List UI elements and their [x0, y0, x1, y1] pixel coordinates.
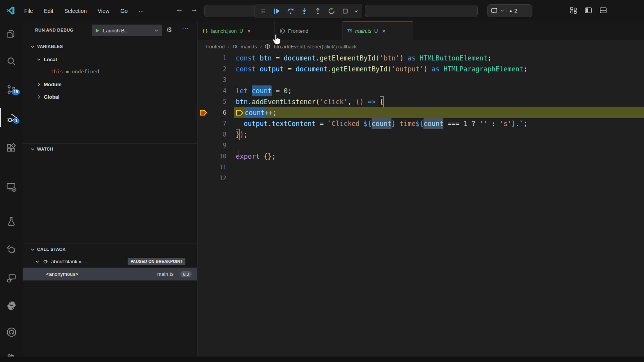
line-content[interactable] — [226, 173, 236, 184]
back-icon[interactable]: ← — [176, 5, 183, 14]
gear-icon[interactable]: ⚙ — [166, 26, 172, 34]
line-content[interactable]: output.textContent = `Clicked ${count} t… — [226, 118, 527, 129]
line-number[interactable]: 4 — [209, 85, 226, 96]
gutter[interactable] — [197, 64, 209, 75]
code-line[interactable]: 9 — [197, 140, 644, 151]
line-number[interactable]: 12 — [209, 173, 226, 184]
line-content[interactable]: const btn = document.getElementById('btn… — [226, 53, 491, 64]
testing-icon[interactable] — [0, 212, 23, 231]
menu-view[interactable]: View — [92, 8, 115, 14]
code-line[interactable]: 10export {}; — [197, 151, 644, 162]
breadcrumb-file[interactable]: main.ts — [240, 44, 257, 50]
line-number[interactable]: 9 — [209, 140, 226, 151]
code-line[interactable]: 7 output.textContent = `Clicked ${count}… — [197, 118, 644, 129]
line-number[interactable]: 2 — [209, 64, 226, 75]
breakpoint-icon[interactable] — [197, 107, 209, 118]
gutter[interactable] — [197, 129, 209, 140]
stop-icon[interactable] — [339, 5, 351, 17]
watch-section-header[interactable]: WATCH — [23, 144, 197, 154]
start-debug-icon[interactable] — [95, 28, 100, 33]
gutter[interactable] — [197, 140, 209, 151]
line-content[interactable]: btn.addEventListener('click', () => { — [226, 96, 384, 107]
package-icon[interactable] — [0, 240, 23, 259]
gutter[interactable] — [197, 96, 209, 107]
explorer-icon[interactable] — [0, 25, 23, 43]
extensions-icon[interactable] — [0, 138, 23, 157]
tab-frontend[interactable]: Frontend — [275, 21, 343, 40]
menu-selection[interactable]: Selection — [59, 8, 93, 14]
code-line[interactable]: 4let count = 0; — [197, 85, 644, 96]
search-icon[interactable] — [0, 52, 23, 71]
code-line[interactable]: 8}); — [197, 129, 644, 140]
scope-module-row[interactable]: Module — [23, 78, 197, 90]
step-into-icon[interactable] — [298, 5, 310, 17]
toolbar-chevron-icon[interactable] — [353, 5, 359, 17]
line-number[interactable]: 6 — [209, 107, 226, 118]
gutter[interactable] — [197, 53, 209, 64]
gutter[interactable] — [197, 173, 209, 184]
launch-chevron-icon[interactable] — [154, 28, 159, 33]
scope-local-row[interactable]: Local — [23, 53, 197, 65]
customize-layout-icon[interactable] — [570, 7, 577, 14]
gripper-icon[interactable] — [257, 5, 269, 17]
tab-main-ts[interactable]: TS main.ts U × — [343, 21, 413, 40]
source-control-icon[interactable]: 19 — [0, 80, 23, 99]
line-number[interactable]: 3 — [209, 75, 226, 85]
toggle-sidebar-icon[interactable] — [585, 7, 592, 14]
copilot-chevron-icon[interactable] — [500, 9, 504, 13]
github-icon[interactable] — [0, 323, 23, 341]
line-number[interactable]: 11 — [209, 162, 226, 173]
copilot-chat-icon[interactable] — [491, 7, 498, 14]
gutter[interactable] — [197, 85, 209, 96]
sidebar-more-icon[interactable]: ⋯ — [182, 25, 189, 33]
line-content[interactable]: export {}; — [226, 151, 276, 162]
line-number[interactable]: 7 — [209, 118, 226, 129]
variables-section-header[interactable]: VARIABLES — [23, 41, 197, 52]
call-stack-section-header[interactable]: CALL STACK — [23, 244, 197, 255]
breadcrumb-folder[interactable]: frontend — [206, 44, 225, 50]
line-content[interactable]: count++; — [226, 107, 277, 118]
line-content[interactable]: const output = document.getElementById('… — [226, 64, 527, 75]
forward-icon[interactable]: → — [190, 5, 198, 14]
variable-this-row[interactable]: this = undefined — [23, 66, 197, 77]
chat-debug-icon[interactable] — [0, 269, 23, 287]
debug-session-row[interactable]: about:blank « ... PAUSED ON BREAKPOINT — [23, 256, 197, 267]
code-line[interactable]: 3 — [197, 75, 644, 85]
code-area[interactable]: 1const btn = document.getElementById('bt… — [197, 53, 644, 362]
menu-edit[interactable]: Edit — [39, 8, 59, 14]
tab-launch-json[interactable]: {} launch.json U × — [197, 21, 275, 40]
step-over-icon[interactable] — [285, 5, 297, 17]
code-line[interactable]: 5btn.addEventListener('click', () => { — [197, 96, 644, 107]
line-content[interactable]: }); — [226, 129, 248, 140]
status-count[interactable]: 2 — [514, 8, 517, 14]
line-content[interactable] — [226, 162, 236, 173]
code-line[interactable]: 11 — [197, 162, 644, 173]
line-number[interactable]: 10 — [209, 151, 226, 162]
breadcrumb-symbol[interactable]: btn.addEventListener('click') callback — [274, 44, 356, 50]
run-debug-icon[interactable]: 1 — [0, 108, 23, 127]
line-content[interactable]: let count = 0; — [226, 85, 292, 96]
gutter[interactable] — [197, 151, 209, 162]
line-content[interactable] — [226, 140, 236, 151]
gutter[interactable] — [197, 75, 209, 85]
menu-go[interactable]: Go — [115, 8, 133, 14]
command-center-right[interactable] — [365, 5, 478, 17]
step-out-icon[interactable] — [312, 5, 324, 17]
code-line[interactable]: 6count++; — [197, 107, 644, 118]
gutter[interactable] — [197, 162, 209, 173]
line-number[interactable]: 5 — [209, 96, 226, 107]
menu-file[interactable]: File — [19, 8, 39, 14]
python-icon[interactable] — [0, 296, 23, 315]
line-content[interactable] — [226, 75, 236, 85]
restart-icon[interactable] — [326, 5, 338, 17]
stack-frame-row[interactable]: <anonymous> main.ts 6:3 — [23, 268, 197, 280]
launch-config-button[interactable]: Launch B... — [92, 25, 162, 36]
code-line[interactable]: 12 — [197, 173, 644, 184]
menu-more-icon[interactable]: ⋯ — [133, 8, 149, 14]
code-line[interactable]: 2const output = document.getElementById(… — [197, 64, 644, 75]
code-line[interactable]: 1const btn = document.getElementById('bt… — [197, 53, 644, 64]
close-icon[interactable]: × — [382, 28, 386, 34]
line-number[interactable]: 8 — [209, 129, 226, 140]
remote-explorer-icon[interactable] — [0, 177, 23, 196]
toggle-panel-icon[interactable] — [600, 7, 607, 14]
